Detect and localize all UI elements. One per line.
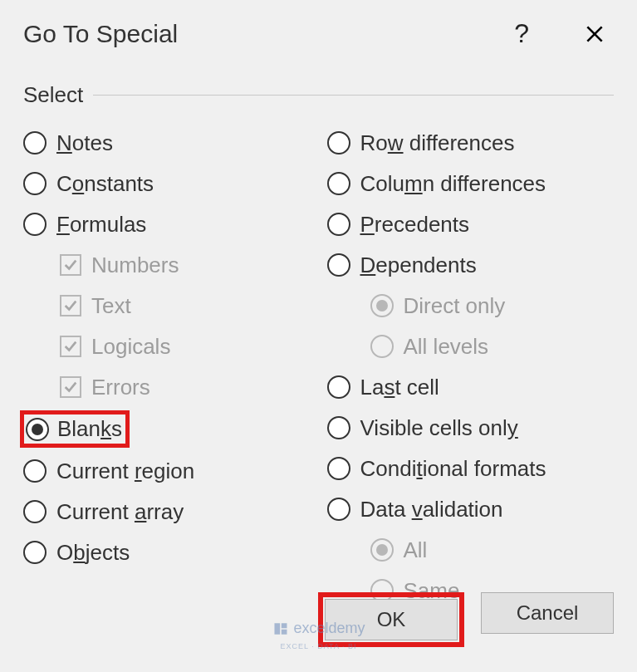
radio-label: Constants: [56, 171, 154, 197]
radio-data-validation[interactable]: Data validation: [327, 492, 615, 527]
radio-dependents[interactable]: Dependents: [327, 248, 615, 282]
radio-label: Notes: [56, 130, 113, 156]
radio-icon: [327, 498, 350, 521]
checkbox-icon: [60, 376, 81, 398]
radio-label: Blanks: [57, 416, 122, 442]
radio-notes[interactable]: Notes: [23, 125, 311, 160]
radio-current-region[interactable]: Current region: [23, 454, 311, 488]
check-numbers: Numbers: [60, 248, 311, 282]
radio-label: Dependents: [360, 253, 477, 278]
group-header: Select: [23, 82, 614, 108]
watermark-icon: [272, 620, 288, 637]
divider: [93, 95, 614, 96]
cancel-button[interactable]: Cancel: [481, 592, 614, 634]
radio-label: Current region: [56, 459, 194, 484]
check-label: Logicals: [91, 334, 170, 360]
radio-all: All: [370, 532, 615, 567]
check-text: Text: [60, 288, 311, 323]
radio-direct-only: Direct only: [370, 288, 615, 323]
highlight-ok: OK: [318, 592, 464, 647]
radio-icon: [23, 541, 47, 564]
radio-current-array[interactable]: Current array: [23, 494, 311, 529]
radio-icon: [23, 213, 47, 236]
radio-objects[interactable]: Objects: [23, 535, 311, 570]
radio-icon: [327, 172, 350, 195]
group-label: Select: [23, 82, 83, 108]
radio-label: Formulas: [56, 212, 146, 238]
radio-label: All levels: [404, 334, 489, 360]
radio-label: Conditional formats: [360, 456, 546, 482]
radio-icon: [327, 213, 350, 236]
radio-icon: [23, 500, 47, 523]
radio-icon: [327, 375, 350, 399]
radio-icon: [327, 457, 350, 480]
checkbox-icon: [60, 254, 81, 276]
radio-all-levels: All levels: [370, 329, 615, 364]
checkbox-icon: [60, 295, 81, 316]
button-row: OK Cancel: [318, 592, 614, 647]
help-icon[interactable]: ?: [514, 18, 529, 49]
right-column: Row differences Column differences Prece…: [327, 120, 615, 614]
radio-formulas[interactable]: Formulas: [23, 207, 311, 242]
check-errors: Errors: [60, 370, 311, 405]
radio-constants[interactable]: Constants: [23, 166, 311, 201]
radio-icon: [370, 294, 394, 317]
radio-icon: [370, 538, 394, 562]
check-label: Text: [91, 293, 131, 319]
ok-button[interactable]: OK: [325, 599, 458, 640]
radio-visible-cells-only[interactable]: Visible cells only: [327, 410, 615, 445]
close-icon[interactable]: [584, 23, 605, 45]
options-columns: Notes Constants Formulas Numbers Text Lo…: [23, 120, 614, 614]
radio-icon: [23, 172, 47, 195]
checkbox-icon: [60, 336, 81, 357]
radio-row-differences[interactable]: Row differences: [327, 125, 615, 160]
highlight-blanks: Blanks: [20, 410, 130, 448]
radio-icon: [327, 253, 350, 277]
titlebar-controls: ?: [514, 18, 605, 49]
radio-label: All: [404, 537, 428, 563]
titlebar: Go To Special ?: [23, 18, 614, 49]
radio-label: Column differences: [360, 171, 546, 197]
radio-icon: [327, 416, 350, 439]
goto-special-dialog: Go To Special ? Select Notes Constants: [0, 0, 637, 672]
left-column: Notes Constants Formulas Numbers Text Lo…: [23, 120, 311, 614]
check-logicals: Logicals: [60, 329, 311, 364]
radio-blanks-row[interactable]: Blanks: [20, 410, 311, 448]
radio-icon: [26, 418, 49, 441]
radio-label: Objects: [56, 540, 130, 566]
radio-last-cell[interactable]: Last cell: [327, 370, 615, 405]
radio-precedents[interactable]: Precedents: [327, 207, 615, 242]
radio-label: Data validation: [360, 497, 503, 522]
check-label: Numbers: [91, 253, 179, 278]
radio-label: Direct only: [404, 293, 506, 319]
radio-label: Visible cells only: [360, 415, 518, 441]
dialog-title: Go To Special: [23, 20, 178, 48]
radio-icon: [23, 131, 47, 155]
check-label: Errors: [91, 375, 150, 400]
radio-icon: [23, 459, 47, 483]
radio-column-differences[interactable]: Column differences: [327, 166, 615, 201]
radio-label: Row differences: [360, 130, 515, 156]
radio-icon: [327, 131, 350, 155]
radio-icon: [370, 335, 394, 358]
radio-label: Last cell: [360, 375, 439, 400]
radio-conditional-formats[interactable]: Conditional formats: [327, 451, 615, 486]
radio-label: Current array: [56, 499, 184, 525]
radio-label: Precedents: [360, 212, 470, 238]
